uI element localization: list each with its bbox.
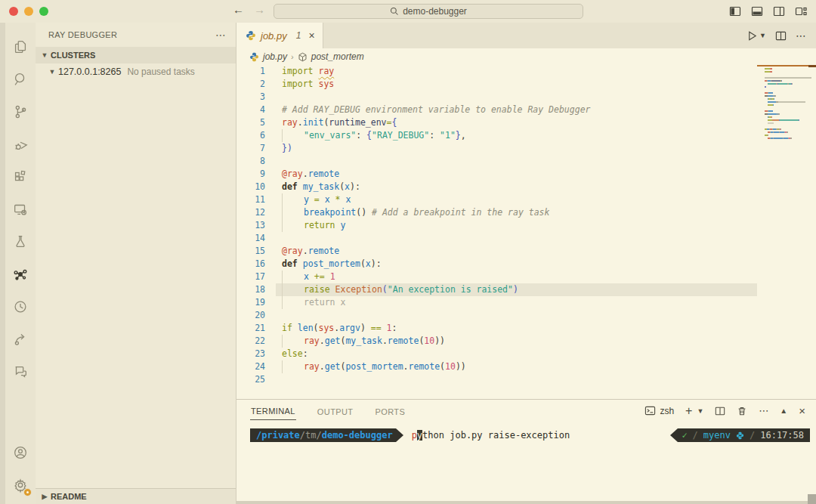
remote-preview-icon[interactable]: [5, 193, 36, 225]
terminal-dropdown-chevron-icon[interactable]: ▼: [697, 407, 703, 415]
explorer-icon[interactable]: [5, 30, 36, 63]
mm-line: [765, 68, 814, 70]
run-and-debug-icon[interactable]: [5, 128, 36, 160]
split-terminal-icon[interactable]: [715, 406, 725, 416]
cluster-row[interactable]: ▼ 127.0.0.1:8265 No paused tasks: [36, 63, 236, 80]
terminal-command[interactable]: python job.py raise-exception: [412, 430, 570, 441]
minimize-window-button[interactable]: [24, 7, 33, 16]
maximize-panel-icon[interactable]: ▲: [780, 407, 787, 415]
panel-header: TERMINAL OUTPUT PORTS zsh + ▼: [236, 400, 816, 422]
run-dropdown-chevron-icon[interactable]: ▼: [759, 32, 766, 39]
editor-more-actions-icon[interactable]: ⋯: [796, 29, 807, 42]
source-control-icon[interactable]: [5, 95, 36, 128]
code-line[interactable]: 10def my_task(x):: [236, 181, 816, 193]
close-window-button[interactable]: [9, 7, 18, 16]
line-number: 5: [236, 116, 276, 129]
new-terminal-icon[interactable]: +: [685, 404, 692, 418]
tab-terminal[interactable]: TERMINAL: [250, 401, 296, 420]
code-line[interactable]: 11y = x * x: [236, 193, 816, 206]
code-line[interactable]: 15@ray.remote: [236, 245, 816, 258]
code-line[interactable]: 22ray.get(my_task.remote(10)): [236, 335, 816, 348]
code-line[interactable]: 19return x: [236, 296, 816, 309]
line-number: 24: [236, 360, 276, 373]
panel-scrollbar[interactable]: [236, 501, 816, 504]
chat-view-icon[interactable]: [5, 355, 36, 388]
toggle-secondary-sidebar-icon[interactable]: [773, 5, 785, 17]
line-number: 4: [236, 104, 276, 116]
code-line[interactable]: 3: [236, 91, 816, 104]
code-line[interactable]: 12breakpoint() # Add a breakpoint in the…: [236, 206, 816, 219]
code-line[interactable]: 14: [236, 232, 816, 245]
toggle-primary-sidebar-icon[interactable]: [729, 5, 741, 17]
code-line[interactable]: 8: [236, 155, 816, 168]
mm-line: [765, 128, 814, 130]
settings-gear-icon[interactable]: [5, 468, 36, 501]
clusters-section-header[interactable]: ▼ CLUSTERS: [36, 47, 236, 63]
code-line[interactable]: 5ray.init(runtime_env={: [236, 116, 816, 129]
code-line[interactable]: 24ray.get(post_mortem.remote(10)): [236, 360, 816, 373]
code-line[interactable]: 2import sys: [236, 78, 816, 91]
tab-close-icon[interactable]: ×: [308, 29, 314, 42]
tab-ports[interactable]: PORTS: [374, 402, 406, 420]
chevron-right-icon: ▶: [39, 493, 51, 500]
powerline-arrow-icon: [396, 428, 403, 442]
shell-selector[interactable]: zsh: [644, 405, 674, 416]
breadcrumb-file[interactable]: job.py: [263, 51, 287, 62]
testing-icon[interactable]: [5, 225, 36, 258]
kill-terminal-icon[interactable]: [737, 406, 747, 416]
line-number: 2: [236, 78, 276, 91]
resize-corner[interactable]: [808, 494, 816, 504]
code-line[interactable]: 16def post_mortem(x):: [236, 258, 816, 271]
mm-line: [765, 92, 814, 94]
code-line[interactable]: 6"env_vars": {"RAY_DEBUG": "1"},: [236, 129, 816, 142]
clock-view-icon[interactable]: [5, 290, 36, 323]
code-line[interactable]: 17x += 1: [236, 271, 816, 283]
account-icon[interactable]: [5, 436, 36, 468]
readme-section-header[interactable]: ▶ README: [36, 488, 236, 504]
code-line[interactable]: 9@ray.remote: [236, 168, 816, 181]
zoom-window-button[interactable]: [39, 7, 48, 16]
close-panel-icon[interactable]: ×: [799, 404, 805, 417]
minimap[interactable]: [757, 65, 816, 399]
code-line[interactable]: 13return y: [236, 219, 816, 232]
tab-job-py[interactable]: job.py 1 ×: [236, 23, 323, 48]
ray-debugger-icon[interactable]: [5, 258, 36, 290]
code-line[interactable]: 23else:: [236, 348, 816, 360]
run-python-file-button[interactable]: ▼: [746, 30, 766, 42]
toggle-panel-icon[interactable]: [751, 5, 763, 17]
code-line[interactable]: 1import ray: [236, 65, 816, 78]
indent-guide: [282, 219, 304, 232]
sidebar-more-actions-icon[interactable]: ⋯: [215, 29, 227, 41]
line-number: 12: [236, 206, 276, 219]
search-view-icon[interactable]: [5, 63, 36, 95]
mm-line: [765, 141, 814, 142]
symbol-method-icon: [298, 52, 308, 62]
mm-line: [765, 80, 814, 82]
indent-guide: [282, 129, 304, 142]
line-number: 7: [236, 142, 276, 155]
tab-output[interactable]: OUTPUT: [317, 402, 354, 420]
code-line[interactable]: 25: [236, 373, 816, 386]
extensions-icon[interactable]: [5, 160, 36, 193]
breadcrumb-separator: ›: [291, 52, 294, 61]
panel-more-actions-icon[interactable]: ⋯: [759, 405, 768, 416]
code-line[interactable]: 21if len(sys.argv) == 1:: [236, 322, 816, 335]
sidebar-title: RAY DEBUGGER: [48, 30, 117, 39]
code-line[interactable]: 18raise Exception("An exception is raise…: [236, 283, 816, 296]
customize-layout-icon[interactable]: [795, 5, 807, 17]
code-lines: 1import ray2import sys34# Add RAY_DEBUG …: [236, 65, 816, 386]
mm-line: [768, 83, 814, 85]
code-line[interactable]: 20: [236, 309, 816, 322]
code-editor[interactable]: 1import ray2import sys34# Add RAY_DEBUG …: [236, 65, 816, 399]
code-line[interactable]: 7}): [236, 142, 816, 155]
terminal-content[interactable]: /private/tm/demo-debugger python job.py …: [236, 422, 816, 442]
split-editor-icon[interactable]: [775, 30, 787, 42]
navigate-back-icon[interactable]: ←: [233, 3, 244, 16]
line-number: 6: [236, 129, 276, 142]
command-center-search[interactable]: demo-debugger: [274, 4, 583, 19]
navigate-forward-icon[interactable]: →: [254, 3, 265, 16]
code-line[interactable]: 4# Add RAY_DEBUG environment variable to…: [236, 104, 816, 116]
share-view-icon[interactable]: [5, 323, 36, 355]
prompt-path: /private/tm/demo-debugger: [256, 430, 393, 441]
breadcrumb-symbol[interactable]: post_mortem: [311, 51, 364, 62]
